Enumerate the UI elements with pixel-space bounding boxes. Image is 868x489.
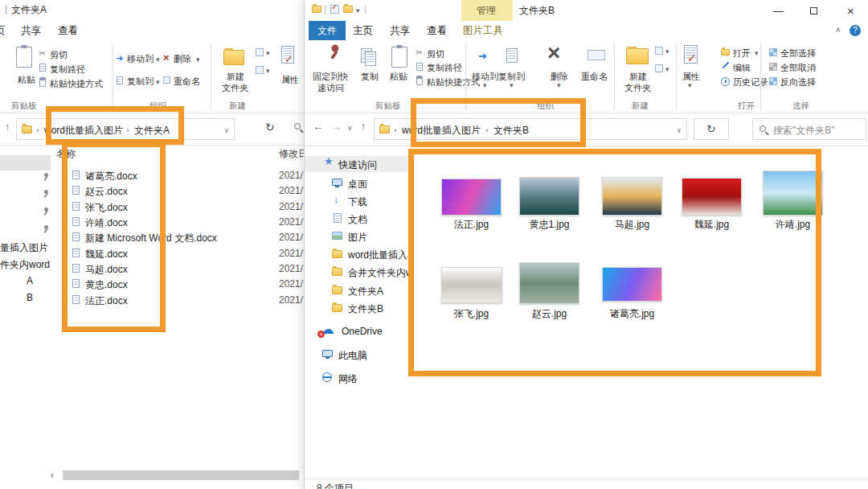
cut-button[interactable]: 剪切 — [50, 49, 68, 61]
help-icon[interactable]: ? — [850, 25, 861, 36]
tab-home[interactable]: 主页 — [353, 24, 373, 38]
sidebar-item-desktop[interactable]: 桌面 — [305, 175, 409, 191]
image-file-thumbnail[interactable] — [519, 177, 579, 216]
search-box[interactable]: 搜索"文件夹B" — [752, 118, 866, 140]
up-icon[interactable]: ↑ — [5, 121, 10, 133]
file-name[interactable]: 法正.docx — [85, 294, 128, 308]
breadcrumb-root[interactable]: word批量插入图片 — [44, 124, 123, 138]
select-none-button[interactable]: 全部取消 — [780, 62, 816, 74]
properties-button[interactable]: 属性 — [281, 74, 299, 86]
breadcrumb-leaf[interactable]: 文件夹B — [493, 124, 529, 138]
easy-access-icon[interactable] — [655, 64, 663, 72]
qat-new-folder-icon[interactable] — [343, 6, 353, 13]
image-file-thumbnail[interactable] — [441, 179, 502, 216]
refresh-icon[interactable]: ↻ — [265, 121, 275, 134]
up-icon[interactable]: ↑ — [361, 121, 366, 132]
sidebar-item-merge-folder[interactable]: 合并文件夹内word文 — [305, 264, 409, 280]
tab-home-partial[interactable]: 页 — [0, 24, 6, 38]
breadcrumb-leaf[interactable]: 文件夹A — [134, 124, 170, 138]
back-icon[interactable]: ← — [313, 121, 323, 133]
column-header-name[interactable]: 名称 — [56, 147, 76, 161]
maximize-button[interactable] — [796, 0, 833, 22]
address-bar[interactable]: › word批量插入图片 › 文件夹A ∨ — [16, 118, 235, 140]
history-chevron-icon[interactable]: ∨ — [347, 124, 353, 132]
tab-share[interactable]: 共享 — [21, 24, 41, 38]
select-all-button[interactable]: 全部选择 — [780, 47, 816, 60]
sidebar-item-fragment[interactable]: 量插入图片 — [0, 241, 48, 255]
sidebar-item-fragment[interactable]: B — [27, 292, 33, 303]
copy-to-button[interactable]: 复制到 — [127, 76, 154, 88]
file-name[interactable]: 许靖.docx — [85, 216, 128, 230]
file-name[interactable]: 新建 Microsoft Word 文档.docx — [85, 232, 217, 245]
image-file-label[interactable]: 许靖.jpg — [755, 218, 831, 232]
tab-share[interactable]: 共享 — [390, 24, 410, 38]
image-file-thumbnail[interactable] — [763, 171, 823, 216]
copy-path-button[interactable]: 复制路径 — [50, 64, 85, 76]
horizontal-scrollbar[interactable] — [63, 471, 299, 480]
new-item-icon[interactable] — [655, 47, 663, 55]
image-file-thumbnail[interactable] — [519, 262, 579, 304]
tab-file[interactable]: 文件 — [309, 21, 346, 40]
file-name[interactable]: 张飞.docx — [85, 201, 128, 215]
address-chevron-icon[interactable]: ∨ — [223, 126, 229, 134]
easy-access-icon[interactable] — [256, 66, 264, 74]
invert-selection-button[interactable]: 反向选择 — [780, 76, 816, 88]
file-name[interactable]: 魏延.docx — [85, 248, 128, 261]
open-button[interactable]: 打开 — [733, 47, 751, 60]
file-name[interactable]: 黄忠.docx — [85, 278, 128, 292]
new-folder-button-line1[interactable]: 新建 — [629, 71, 647, 83]
image-file-label[interactable]: 黄忠1.jpg — [511, 218, 588, 232]
image-file-thumbnail[interactable] — [682, 178, 742, 216]
tab-picture-tools[interactable]: 图片工具 — [463, 24, 503, 38]
image-file-label[interactable]: 法正.jpg — [433, 218, 510, 232]
breadcrumb-root[interactable]: word批量插入图片 — [402, 124, 481, 138]
refresh-button[interactable]: ↻ — [694, 118, 729, 140]
sidebar-item-onedrive[interactable]: ☁ × OneDrive — [305, 323, 409, 339]
history-button[interactable]: 历史记录 — [733, 76, 768, 88]
new-folder-button-line1[interactable]: 新建 — [227, 71, 244, 83]
sidebar-item-downloads[interactable]: ↓ 下载 — [305, 193, 409, 209]
image-file-thumbnail[interactable] — [441, 267, 502, 303]
sidebar-item-pictures[interactable]: 图片 — [305, 228, 409, 244]
sidebar-item-word-batch-folder[interactable]: word批量插入图片 — [305, 246, 409, 262]
file-name[interactable]: 赵云.docx — [85, 185, 128, 199]
paste-button[interactable]: 粘贴 — [390, 71, 407, 83]
tab-view[interactable]: 查看 — [427, 24, 447, 38]
image-file-label[interactable]: 诸葛亮.jpg — [594, 307, 670, 321]
close-button[interactable]: × — [833, 0, 868, 22]
sidebar-item-fragment[interactable]: A — [27, 275, 33, 286]
new-item-icon[interactable] — [256, 48, 264, 56]
image-file-thumbnail[interactable] — [602, 267, 662, 302]
paste-button[interactable]: 粘贴 — [18, 74, 35, 86]
image-file-label[interactable]: 张飞.jpg — [433, 307, 510, 321]
rename-button[interactable]: 重命名 — [581, 71, 608, 83]
image-file-label[interactable]: 赵云.jpg — [511, 307, 588, 321]
sidebar-selected-row[interactable] — [0, 155, 51, 171]
edit-button[interactable]: 编辑 — [733, 62, 751, 74]
qat-folder-icon[interactable] — [312, 6, 321, 13]
scroll-left-arrow-icon[interactable]: ‹ — [51, 470, 54, 481]
file-name[interactable]: 诸葛亮.docx — [85, 170, 137, 183]
sidebar-item-quick-access[interactable]: ★ 快速访问 — [305, 156, 409, 172]
address-chevron-icon[interactable]: ∨ — [676, 126, 682, 134]
collapse-ribbon-icon[interactable]: ∧ — [835, 25, 841, 34]
image-file-label[interactable]: 魏延.jpg — [674, 218, 750, 232]
rename-button[interactable]: 重命名 — [174, 76, 200, 88]
forward-icon[interactable]: → — [331, 121, 342, 133]
copy-path-button[interactable]: 复制路径 — [427, 62, 462, 74]
image-file-label[interactable]: 马超.jpg — [594, 218, 670, 232]
sidebar-item-documents[interactable]: 文档 — [305, 211, 409, 227]
sidebar-item-fragment[interactable]: 件夹内word — [0, 258, 50, 272]
search-icon[interactable] — [294, 123, 301, 129]
sidebar-item-this-pc[interactable]: 此电脑 — [305, 347, 409, 363]
move-to-button[interactable]: 移动到 — [127, 53, 154, 65]
address-bar[interactable]: › word批量插入图片 › 文件夹B ∨ — [374, 118, 687, 140]
delete-button[interactable]: 删除 — [174, 53, 191, 65]
cut-button[interactable]: 剪切 — [427, 48, 444, 60]
image-file-thumbnail[interactable] — [602, 177, 662, 216]
sidebar-item-network[interactable]: 网络 — [305, 370, 409, 386]
qat-customize-caret-icon[interactable]: ▾ — [356, 6, 360, 14]
paste-shortcut-button[interactable]: 粘贴快捷方式 — [50, 78, 103, 90]
copy-button[interactable]: 复制 — [361, 71, 379, 83]
file-name[interactable]: 马超.docx — [85, 263, 128, 277]
